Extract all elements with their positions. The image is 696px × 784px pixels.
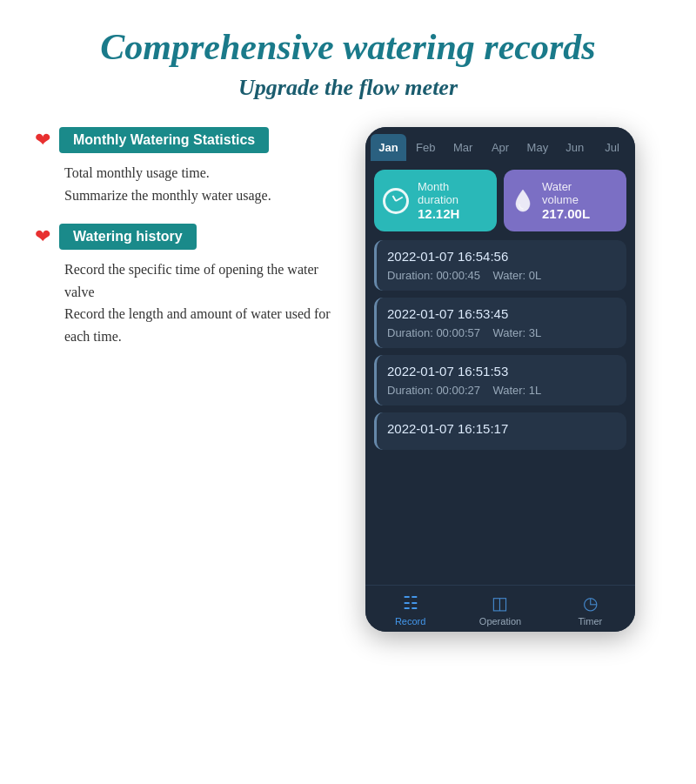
stat-info-duration: Monthduration 12.12H xyxy=(418,180,459,221)
month-tabs: Jan Feb Mar Apr May Jun Jul xyxy=(365,127,635,161)
main-title: Comprehensive watering records xyxy=(100,26,595,68)
history-datetime-3: 2022-01-07 16:15:17 xyxy=(387,421,616,436)
stat-info-volume: Watervolume 217.00L xyxy=(542,180,590,221)
tab-jun[interactable]: Jun xyxy=(557,134,592,161)
tab-mar[interactable]: Mar xyxy=(445,134,481,161)
stat-card-volume: Watervolume 217.00L xyxy=(504,170,626,231)
nav-operation[interactable]: ◫ Operation xyxy=(455,593,545,627)
history-description: Record the specific time of opening the … xyxy=(64,258,348,347)
clock-icon xyxy=(383,188,409,214)
feature-block-monthly: ❤ Monthly Watering Statistics Total mont… xyxy=(35,127,348,206)
history-details-2: Duration: 00:00:27 Water: 1L xyxy=(387,384,616,397)
tab-feb[interactable]: Feb xyxy=(408,134,444,161)
history-details-0: Duration: 00:00:45 Water: 0L xyxy=(387,269,616,282)
history-datetime-1: 2022-01-07 16:53:45 xyxy=(387,306,616,321)
tab-jan[interactable]: Jan xyxy=(371,134,406,161)
water-0: 0L xyxy=(529,269,541,282)
history-badge: Watering history xyxy=(59,224,197,250)
nav-record[interactable]: ☷ Record xyxy=(365,593,455,627)
duration-2: 00:00:27 xyxy=(436,384,480,397)
bottom-nav: ☷ Record ◫ Operation ◷ Timer xyxy=(365,585,635,632)
stat-card-duration: Monthduration 12.12H xyxy=(374,170,497,231)
tab-jul[interactable]: Jul xyxy=(594,134,630,161)
droplet-icon xyxy=(512,188,533,214)
history-entry-1: 2022-01-07 16:53:45 Duration: 00:00:57 W… xyxy=(374,298,626,348)
page-container: Comprehensive watering records Upgrade t… xyxy=(0,0,696,784)
monthly-description: Total monthly usage time. Summarize the … xyxy=(64,162,348,206)
history-desc-line2: Record the length and amount of water us… xyxy=(64,306,331,344)
operation-icon: ◫ xyxy=(492,593,508,613)
feature-header-monthly: ❤ Monthly Watering Statistics xyxy=(35,127,348,153)
record-label: Record xyxy=(395,616,425,627)
water-1: 3L xyxy=(529,326,541,339)
clock-hand-minute xyxy=(396,196,404,201)
history-desc-line1: Record the specific time of opening the … xyxy=(64,262,318,299)
tab-may[interactable]: May xyxy=(519,134,555,161)
sub-title: Upgrade the flow meter xyxy=(238,75,458,101)
monthly-desc-line2: Summarize the monthly water usage. xyxy=(64,188,271,203)
stats-row: Monthduration 12.12H Watervolume 217.00L xyxy=(365,161,635,240)
history-datetime-2: 2022-01-07 16:51:53 xyxy=(387,364,616,379)
history-entry-0: 2022-01-07 16:54:56 Duration: 00:00:45 W… xyxy=(374,240,626,291)
history-entry-2: 2022-01-07 16:51:53 Duration: 00:00:27 W… xyxy=(374,355,626,405)
timer-icon: ◷ xyxy=(583,593,598,613)
monthly-desc-line1: Total monthly usage time. xyxy=(64,165,210,180)
monthly-badge: Monthly Watering Statistics xyxy=(59,127,269,153)
stat-value-volume: 217.00L xyxy=(542,206,590,221)
history-list: 2022-01-07 16:54:56 Duration: 00:00:45 W… xyxy=(365,240,635,585)
nav-timer[interactable]: ◷ Timer xyxy=(545,593,635,627)
feature-block-history: ❤ Watering history Record the specific t… xyxy=(35,224,348,347)
stat-label-volume: Watervolume xyxy=(542,180,590,206)
heart-icon-history: ❤ xyxy=(35,225,50,248)
tab-apr[interactable]: Apr xyxy=(483,134,519,161)
left-panel: ❤ Monthly Watering Statistics Total mont… xyxy=(35,127,348,348)
phone-mockup: Jan Feb Mar Apr May Jun Jul Monthduratio xyxy=(365,127,635,632)
feature-header-history: ❤ Watering history xyxy=(35,224,348,250)
duration-0: 00:00:45 xyxy=(436,269,480,282)
water-2: 1L xyxy=(529,384,541,397)
history-datetime-0: 2022-01-07 16:54:56 xyxy=(387,249,616,264)
stat-label-duration: Monthduration xyxy=(418,180,459,206)
operation-label: Operation xyxy=(479,616,521,627)
stat-value-duration: 12.12H xyxy=(418,206,459,221)
record-icon: ☷ xyxy=(403,593,418,613)
content-area: ❤ Monthly Watering Statistics Total mont… xyxy=(35,127,661,632)
duration-1: 00:00:57 xyxy=(436,326,480,339)
history-entry-3: 2022-01-07 16:15:17 xyxy=(374,412,626,450)
heart-icon-monthly: ❤ xyxy=(35,129,50,151)
timer-label: Timer xyxy=(578,616,602,627)
history-details-1: Duration: 00:00:57 Water: 3L xyxy=(387,326,616,339)
